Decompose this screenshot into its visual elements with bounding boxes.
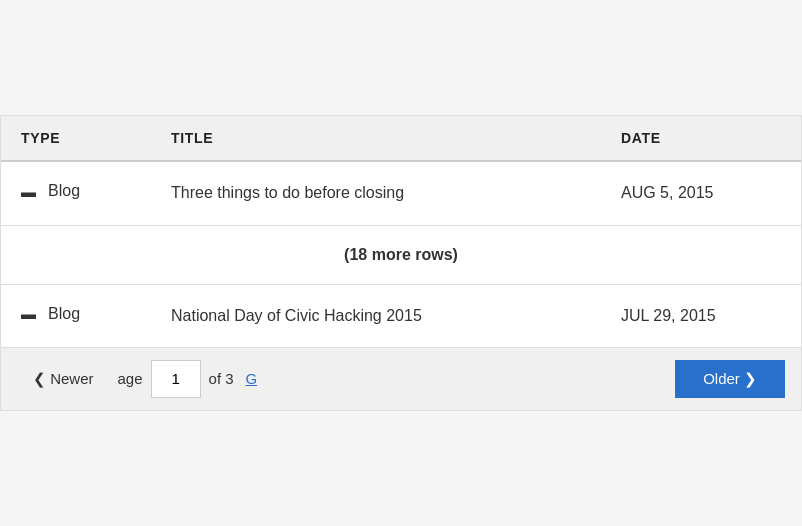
title-cell: National Day of Civic Hacking 2015 [171,305,621,327]
older-button[interactable]: Older ❯ [675,360,785,398]
title-text: Three things to do before closing [171,184,404,201]
table-header-row: TYPE TITLE DATE [1,116,801,162]
main-container: TYPE TITLE DATE ▬Blog Three things to do… [0,115,802,411]
go-button[interactable]: G [242,360,262,397]
date-cell: JUL 29, 2015 [621,305,781,327]
comment-icon: ▬ [21,305,36,322]
title-text: National Day of Civic Hacking 2015 [171,307,422,324]
type-label: Blog [48,305,80,323]
more-rows-label: (18 more rows) [344,246,458,263]
pagination-bar: ❮ Newer age of 3 G Older ❯ [1,347,801,410]
type-label: Blog [48,182,80,200]
date-text: JUL 29, 2015 [621,307,716,324]
content-table: TYPE TITLE DATE ▬Blog Three things to do… [1,116,801,347]
type-cell: ▬Blog [21,182,171,200]
header-date: DATE [621,130,781,146]
more-rows-indicator: (18 more rows) [1,226,801,285]
type-cell: ▬Blog [21,305,171,323]
header-title: TITLE [171,130,621,146]
newer-button[interactable]: ❮ Newer [17,360,110,398]
header-type: TYPE [21,130,171,146]
date-text: AUG 5, 2015 [621,184,714,201]
total-pages: of 3 [201,360,242,397]
page-number-input[interactable] [151,360,201,398]
date-cell: AUG 5, 2015 [621,182,781,204]
table-row: ▬Blog Three things to do before closing … [1,162,801,225]
comment-icon: ▬ [21,183,36,200]
table-row: ▬Blog National Day of Civic Hacking 2015… [1,285,801,347]
page-label: age [110,360,151,397]
title-cell: Three things to do before closing [171,182,621,204]
